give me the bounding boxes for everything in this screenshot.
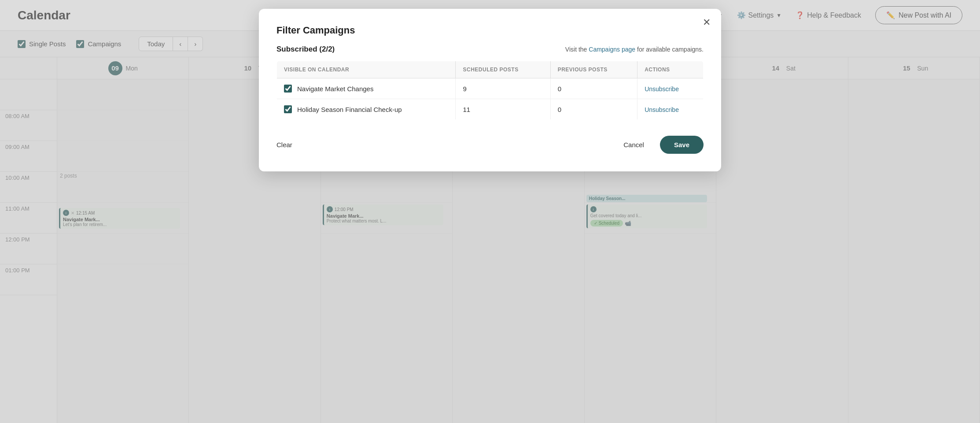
previous-posts-1: 0 xyxy=(550,78,637,99)
campaigns-page-link[interactable]: Campaigns page xyxy=(589,46,635,53)
table-row: Navigate Market Changes 9 0 Unsubscribe xyxy=(277,78,704,99)
campaign-checkbox-1[interactable] xyxy=(284,85,292,93)
campaigns-table: VISIBLE ON CALENDAR SCHEDULED POSTS PREV… xyxy=(276,61,704,120)
table-header-visible: VISIBLE ON CALENDAR xyxy=(277,61,456,78)
modal-close-button[interactable]: ✕ xyxy=(703,18,711,27)
table-header-actions: ACTIONS xyxy=(637,61,704,78)
action-cell-2: Unsubscribe xyxy=(637,99,704,120)
table-header-scheduled: SCHEDULED POSTS xyxy=(456,61,550,78)
campaign-name-2: Holiday Season Financial Check-up xyxy=(297,106,402,113)
filter-campaigns-modal: Filter Campaigns ✕ Subscribed (2/2) Visi… xyxy=(259,9,721,171)
scheduled-posts-1: 9 xyxy=(456,78,550,99)
modal-title: Filter Campaigns xyxy=(276,25,704,36)
campaigns-link-text: Visit the Campaigns page for available c… xyxy=(565,46,704,53)
modal-footer-right: Cancel Save xyxy=(615,136,704,154)
action-cell-1: Unsubscribe xyxy=(637,78,704,99)
campaign-name-1: Navigate Market Changes xyxy=(297,85,373,93)
table-row: Holiday Season Financial Check-up 11 0 U… xyxy=(277,99,704,120)
modal-overlay: Filter Campaigns ✕ Subscribed (2/2) Visi… xyxy=(0,0,980,423)
subscribed-label: Subscribed (2/2) xyxy=(276,45,335,54)
save-button[interactable]: Save xyxy=(660,136,704,154)
modal-footer: Clear Cancel Save xyxy=(276,136,704,154)
campaign-name-cell-1: Navigate Market Changes xyxy=(277,78,456,99)
scheduled-posts-2: 11 xyxy=(456,99,550,120)
subscribed-row: Subscribed (2/2) Visit the Campaigns pag… xyxy=(276,45,704,54)
table-header-previous: PREVIOUS POSTS xyxy=(550,61,637,78)
previous-posts-2: 0 xyxy=(550,99,637,120)
campaign-name-cell-2: Holiday Season Financial Check-up xyxy=(277,99,456,120)
unsubscribe-button-2[interactable]: Unsubscribe xyxy=(645,106,679,113)
campaign-checkbox-2[interactable] xyxy=(284,105,292,113)
clear-button[interactable]: Clear xyxy=(276,141,292,148)
cancel-button[interactable]: Cancel xyxy=(615,137,653,153)
unsubscribe-button-1[interactable]: Unsubscribe xyxy=(645,85,679,93)
